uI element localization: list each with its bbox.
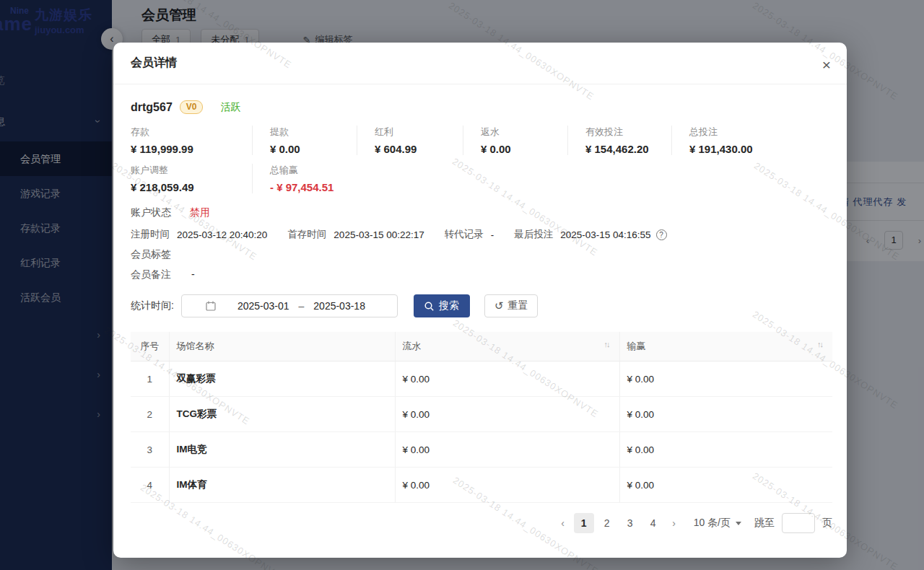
cell-winloss: ¥ 0.00: [619, 468, 832, 503]
stat-label: 账户调整: [131, 164, 252, 177]
cell-venue: IM体育: [169, 468, 395, 503]
reset-icon: ↺: [494, 301, 504, 311]
search-button[interactable]: 搜索: [414, 294, 470, 317]
page-number-3[interactable]: 3: [620, 513, 640, 533]
stat-label: 提款: [270, 126, 357, 139]
stat-value: ¥ 604.99: [375, 143, 463, 155]
member-level-badge: V0: [180, 100, 204, 114]
meta-label: 转代记录: [445, 228, 484, 241]
member-note-value: -: [191, 268, 195, 280]
table-header-row: 序号 场馆名称 ↑↓ 流水 ↑↓ 输赢: [131, 332, 832, 361]
question-circle-icon[interactable]: ?: [656, 229, 667, 240]
cell-turnover: ¥ 0.00: [395, 432, 619, 468]
stat-label: 存款: [131, 126, 252, 139]
page-number-2[interactable]: 2: [597, 513, 617, 533]
reset-button[interactable]: ↺ 重置: [484, 294, 539, 317]
meta-value: -: [491, 229, 494, 240]
cell-index: 4: [131, 468, 169, 503]
member-detail-modal: 会员详情 × drtg567 V0 活跃 存款 ¥ 119,999.99 提款 …: [113, 43, 847, 558]
account-status-label: 账户状态: [131, 206, 171, 218]
header-turnover-label: 流水: [403, 341, 422, 351]
meta-agent-transfer: 转代记录 -: [445, 228, 494, 241]
header-winloss: ↑↓ 输赢: [619, 332, 832, 361]
meta-value: 2025-03-15 04:16:55: [560, 229, 650, 240]
member-activity-status: 活跃: [220, 101, 240, 114]
member-meta-row: 注册时间 2025-03-12 20:40:20 首存时间 2025-03-15…: [131, 228, 829, 241]
page-size-value: 10 条/页: [694, 517, 731, 530]
account-status-value: 禁用: [190, 206, 210, 218]
stat-value: ¥ 0.00: [270, 143, 357, 155]
next-page-icon[interactable]: ›: [665, 517, 684, 529]
date-start-value[interactable]: 2025-03-01: [237, 300, 289, 312]
caret-down-icon: [736, 522, 741, 525]
header-winloss-label: 输赢: [627, 341, 646, 351]
close-icon[interactable]: ×: [822, 57, 831, 72]
stat-deposit: 存款 ¥ 119,999.99: [131, 126, 252, 155]
stat-value: ¥ 154,462.20: [585, 143, 671, 155]
cell-winloss: ¥ 0.00: [619, 397, 832, 432]
jump-page-input[interactable]: [782, 513, 815, 533]
stat-total-bets: 总投注 ¥ 191,430.00: [671, 126, 829, 155]
cell-turnover: ¥ 0.00: [395, 468, 619, 503]
screen: Nine ame 九游娱乐 jiuyou.com 览 息 › 会员管理 游戏记录…: [0, 0, 924, 570]
stat-withdrawal: 提款 ¥ 0.00: [252, 126, 357, 155]
date-range-picker[interactable]: 2025-03-01 – 2025-03-18: [181, 294, 398, 317]
cell-winloss: ¥ 0.00: [619, 361, 832, 397]
date-end-value[interactable]: 2025-03-18: [313, 300, 365, 312]
meta-label: 最后投注: [514, 228, 553, 241]
spacer: [357, 164, 829, 193]
table-row: 2 TCG彩票 ¥ 0.00 ¥ 0.00: [131, 397, 832, 432]
stat-value: ¥ 119,999.99: [131, 143, 252, 155]
cell-venue: TCG彩票: [169, 397, 395, 432]
stat-valid-bets: 有效投注 ¥ 154,462.20: [567, 126, 671, 155]
search-button-label: 搜索: [439, 299, 459, 312]
stat-bonus: 红利 ¥ 604.99: [357, 126, 463, 155]
meta-value: 2025-03-15 00:22:17: [334, 229, 424, 240]
stat-label: 有效投注: [585, 126, 671, 139]
page-number-4[interactable]: 4: [643, 513, 663, 533]
member-tags-label: 会员标签: [131, 248, 171, 260]
meta-last-bet: 最后投注 2025-03-15 04:16:55 ?: [514, 228, 666, 241]
member-summary: drtg567 V0 活跃: [131, 100, 829, 114]
stat-label: 返水: [481, 126, 567, 139]
modal-header: 会员详情: [113, 43, 847, 84]
prev-page-icon[interactable]: ‹: [554, 517, 572, 529]
header-turnover: ↑↓ 流水: [395, 332, 619, 361]
modal-body: drtg567 V0 活跃 存款 ¥ 119,999.99 提款 ¥ 0.00 …: [113, 100, 847, 533]
reset-button-label: 重置: [507, 299, 528, 312]
stat-value: ¥ 0.00: [481, 143, 567, 155]
cell-winloss: ¥ 0.00: [619, 432, 832, 468]
stat-label: 总输赢: [270, 164, 357, 177]
cell-index: 2: [131, 397, 169, 432]
stat-label: 总投注: [689, 126, 829, 139]
member-tags-row: 会员标签: [131, 248, 829, 261]
modal-pagination: ‹ 1 2 3 4 › 10 条/页 跳至 页: [131, 513, 832, 533]
stat-value-negative: - ¥ 97,454.51: [270, 181, 357, 193]
header-venue-name: 场馆名称: [169, 332, 395, 361]
calendar-icon: [206, 301, 216, 311]
jump-to-label: 跳至: [754, 517, 775, 530]
stats-time-filter: 统计时间: 2025-03-01 – 2025-03-18: [131, 294, 829, 317]
cell-venue: 双赢彩票: [169, 361, 395, 397]
page-number-1[interactable]: 1: [574, 513, 594, 533]
meta-label: 首存时间: [287, 228, 326, 241]
stat-value: ¥ 191,430.00: [689, 143, 829, 155]
sort-icon[interactable]: ↑↓: [817, 340, 822, 348]
member-stats-grid: 存款 ¥ 119,999.99 提款 ¥ 0.00 红利 ¥ 604.99 返水…: [131, 126, 829, 193]
cell-turnover: ¥ 0.00: [395, 397, 619, 432]
stat-value: ¥ 218,059.49: [131, 181, 252, 193]
stat-rebate: 返水 ¥ 0.00: [463, 126, 567, 155]
cell-turnover: ¥ 0.00: [395, 361, 619, 397]
stat-total-winloss: 总输赢 - ¥ 97,454.51: [252, 164, 357, 193]
table-row: 4 IM体育 ¥ 0.00 ¥ 0.00: [131, 468, 832, 503]
page-size-select[interactable]: 10 条/页: [694, 517, 741, 530]
stat-account-adjustment: 账户调整 ¥ 218,059.49: [131, 164, 252, 193]
stat-label: 红利: [375, 126, 463, 139]
filter-label: 统计时间:: [131, 299, 174, 312]
member-note-row: 会员备注 -: [131, 268, 829, 281]
meta-first-deposit-time: 首存时间 2025-03-15 00:22:17: [287, 228, 424, 241]
date-separator: –: [299, 300, 305, 312]
sort-icon[interactable]: ↑↓: [604, 340, 609, 348]
header-index: 序号: [131, 332, 169, 361]
table-row: 1 双赢彩票 ¥ 0.00 ¥ 0.00: [131, 361, 832, 397]
